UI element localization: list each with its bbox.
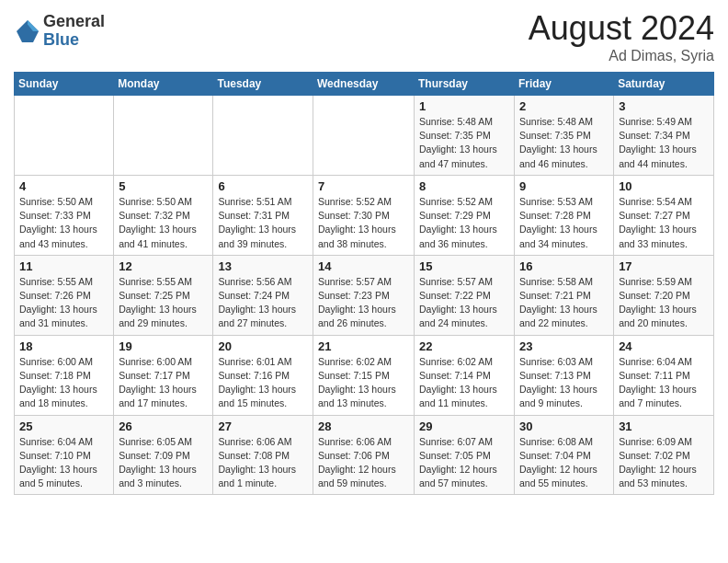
calendar-cell: 21Sunrise: 6:02 AM Sunset: 7:15 PM Dayli… [313,335,415,415]
day-info: Sunrise: 5:59 AM Sunset: 7:20 PM Dayligh… [619,275,709,331]
logo: General Blue [14,13,105,50]
weekday-header-saturday: Saturday [614,73,714,96]
day-info: Sunrise: 6:06 AM Sunset: 7:06 PM Dayligh… [318,435,409,491]
day-number: 20 [218,339,308,353]
calendar-cell: 13Sunrise: 5:56 AM Sunset: 7:24 PM Dayli… [213,255,313,335]
title-block: August 2024 Ad Dimas, Syria [529,9,714,64]
calendar-week-4: 18Sunrise: 6:00 AM Sunset: 7:18 PM Dayli… [15,335,714,415]
calendar-cell: 4Sunrise: 5:50 AM Sunset: 7:33 PM Daylig… [15,175,114,255]
day-info: Sunrise: 5:57 AM Sunset: 7:23 PM Dayligh… [318,275,409,331]
day-number: 21 [318,339,409,353]
calendar-week-2: 4Sunrise: 5:50 AM Sunset: 7:33 PM Daylig… [15,175,714,255]
day-info: Sunrise: 5:49 AM Sunset: 7:34 PM Dayligh… [619,115,709,171]
day-number: 23 [519,339,609,353]
day-info: Sunrise: 6:02 AM Sunset: 7:14 PM Dayligh… [419,355,509,411]
calendar-week-5: 25Sunrise: 6:04 AM Sunset: 7:10 PM Dayli… [15,415,714,495]
calendar-cell: 10Sunrise: 5:54 AM Sunset: 7:27 PM Dayli… [614,175,714,255]
day-number: 11 [19,259,108,273]
day-number: 31 [619,419,709,433]
calendar-cell: 28Sunrise: 6:06 AM Sunset: 7:06 PM Dayli… [313,415,415,495]
calendar-cell: 17Sunrise: 5:59 AM Sunset: 7:20 PM Dayli… [614,255,714,335]
calendar-cell [213,96,313,176]
calendar-cell: 11Sunrise: 5:55 AM Sunset: 7:26 PM Dayli… [15,255,114,335]
weekday-header-friday: Friday [515,73,614,96]
month-year-title: August 2024 [529,9,714,48]
day-info: Sunrise: 5:55 AM Sunset: 7:25 PM Dayligh… [119,275,208,331]
weekday-header-thursday: Thursday [415,73,515,96]
day-number: 19 [119,339,208,353]
day-info: Sunrise: 6:01 AM Sunset: 7:16 PM Dayligh… [218,355,308,411]
weekday-header-wednesday: Wednesday [313,73,415,96]
day-info: Sunrise: 5:55 AM Sunset: 7:26 PM Dayligh… [19,275,108,331]
day-info: Sunrise: 6:07 AM Sunset: 7:05 PM Dayligh… [419,435,509,491]
day-number: 22 [419,339,509,353]
calendar-cell: 25Sunrise: 6:04 AM Sunset: 7:10 PM Dayli… [15,415,114,495]
location-subtitle: Ad Dimas, Syria [529,48,714,64]
day-number: 14 [318,259,409,273]
day-info: Sunrise: 5:50 AM Sunset: 7:32 PM Dayligh… [119,195,208,251]
calendar-cell: 14Sunrise: 5:57 AM Sunset: 7:23 PM Dayli… [313,255,415,335]
day-info: Sunrise: 6:04 AM Sunset: 7:10 PM Dayligh… [19,435,108,491]
day-number: 1 [419,99,509,113]
day-number: 2 [519,99,609,113]
weekday-header-monday: Monday [114,73,213,96]
day-number: 17 [619,259,709,273]
day-number: 6 [218,179,308,193]
day-info: Sunrise: 6:00 AM Sunset: 7:18 PM Dayligh… [19,355,108,411]
day-info: Sunrise: 6:08 AM Sunset: 7:04 PM Dayligh… [519,435,609,491]
calendar-cell: 26Sunrise: 6:05 AM Sunset: 7:09 PM Dayli… [114,415,213,495]
calendar-cell: 23Sunrise: 6:03 AM Sunset: 7:13 PM Dayli… [515,335,614,415]
calendar-cell: 20Sunrise: 6:01 AM Sunset: 7:16 PM Dayli… [213,335,313,415]
day-number: 5 [119,179,208,193]
calendar-cell: 9Sunrise: 5:53 AM Sunset: 7:28 PM Daylig… [515,175,614,255]
calendar-table: SundayMondayTuesdayWednesdayThursdayFrid… [14,72,714,495]
day-info: Sunrise: 5:53 AM Sunset: 7:28 PM Dayligh… [519,195,609,251]
day-info: Sunrise: 5:50 AM Sunset: 7:33 PM Dayligh… [19,195,108,251]
page-header: General Blue August 2024 Ad Dimas, Syria [14,9,714,64]
calendar-cell: 5Sunrise: 5:50 AM Sunset: 7:32 PM Daylig… [114,175,213,255]
day-number: 30 [519,419,609,433]
day-number: 15 [419,259,509,273]
calendar-cell: 7Sunrise: 5:52 AM Sunset: 7:30 PM Daylig… [313,175,415,255]
calendar-cell: 27Sunrise: 6:06 AM Sunset: 7:08 PM Dayli… [213,415,313,495]
calendar-cell: 12Sunrise: 5:55 AM Sunset: 7:25 PM Dayli… [114,255,213,335]
calendar-cell: 8Sunrise: 5:52 AM Sunset: 7:29 PM Daylig… [415,175,515,255]
calendar-cell: 18Sunrise: 6:00 AM Sunset: 7:18 PM Dayli… [15,335,114,415]
day-info: Sunrise: 5:56 AM Sunset: 7:24 PM Dayligh… [218,275,308,331]
day-number: 7 [318,179,409,193]
calendar-week-1: 1Sunrise: 5:48 AM Sunset: 7:35 PM Daylig… [15,96,714,176]
calendar-cell: 24Sunrise: 6:04 AM Sunset: 7:11 PM Dayli… [614,335,714,415]
calendar-cell: 16Sunrise: 5:58 AM Sunset: 7:21 PM Dayli… [515,255,614,335]
calendar-cell: 3Sunrise: 5:49 AM Sunset: 7:34 PM Daylig… [614,96,714,176]
day-info: Sunrise: 5:57 AM Sunset: 7:22 PM Dayligh… [419,275,509,331]
calendar-cell: 29Sunrise: 6:07 AM Sunset: 7:05 PM Dayli… [415,415,515,495]
weekday-header-tuesday: Tuesday [213,73,313,96]
day-number: 16 [519,259,609,273]
day-info: Sunrise: 5:48 AM Sunset: 7:35 PM Dayligh… [519,115,609,171]
day-info: Sunrise: 6:02 AM Sunset: 7:15 PM Dayligh… [318,355,409,411]
calendar-cell: 6Sunrise: 5:51 AM Sunset: 7:31 PM Daylig… [213,175,313,255]
calendar-cell: 2Sunrise: 5:48 AM Sunset: 7:35 PM Daylig… [515,96,614,176]
calendar-cell: 30Sunrise: 6:08 AM Sunset: 7:04 PM Dayli… [515,415,614,495]
logo-general-text: General [43,13,105,31]
day-number: 29 [419,419,509,433]
day-number: 10 [619,179,709,193]
day-number: 24 [619,339,709,353]
day-info: Sunrise: 5:52 AM Sunset: 7:29 PM Dayligh… [419,195,509,251]
calendar-week-3: 11Sunrise: 5:55 AM Sunset: 7:26 PM Dayli… [15,255,714,335]
day-number: 28 [318,419,409,433]
day-info: Sunrise: 6:05 AM Sunset: 7:09 PM Dayligh… [119,435,208,491]
day-number: 12 [119,259,208,273]
calendar-cell: 19Sunrise: 6:00 AM Sunset: 7:17 PM Dayli… [114,335,213,415]
calendar-cell: 22Sunrise: 6:02 AM Sunset: 7:14 PM Dayli… [415,335,515,415]
day-number: 27 [218,419,308,433]
day-info: Sunrise: 5:58 AM Sunset: 7:21 PM Dayligh… [519,275,609,331]
calendar-cell: 1Sunrise: 5:48 AM Sunset: 7:35 PM Daylig… [415,96,515,176]
day-number: 18 [19,339,108,353]
day-number: 3 [619,99,709,113]
calendar-cell: 15Sunrise: 5:57 AM Sunset: 7:22 PM Dayli… [415,255,515,335]
day-number: 25 [19,419,108,433]
day-number: 8 [419,179,509,193]
logo-blue-text: Blue [43,31,105,50]
calendar-cell [114,96,213,176]
